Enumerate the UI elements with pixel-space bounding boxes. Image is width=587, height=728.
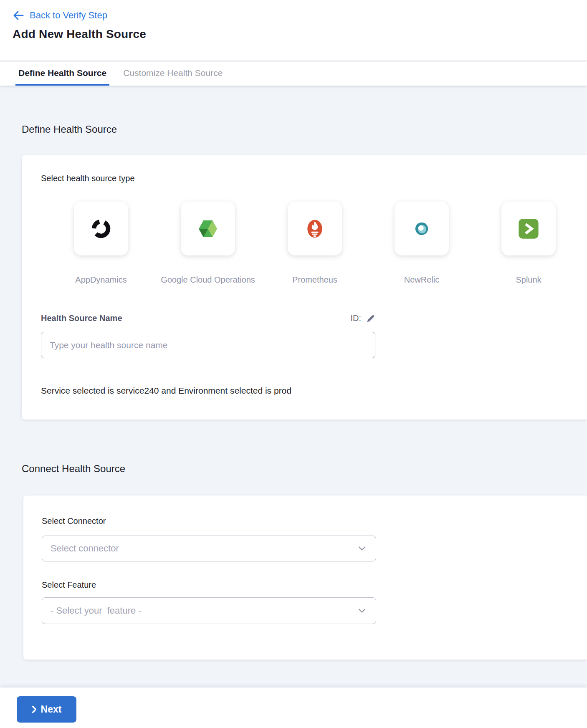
health-source-name-input[interactable] (41, 332, 375, 358)
select-feature-label: Select Feature (42, 580, 96, 590)
source-tile-newrelic[interactable] (395, 202, 449, 255)
edit-pencil-icon[interactable] (366, 314, 375, 323)
prometheus-icon (303, 217, 327, 241)
next-button[interactable]: Next (17, 696, 76, 723)
id-label: ID: (350, 313, 361, 323)
page-header: Back to Verify Step Add New Health Sourc… (0, 0, 587, 61)
next-button-label: Next (41, 704, 62, 715)
source-column-appdynamics: AppDynamics (48, 202, 154, 285)
tab-customize-health-source[interactable]: Customize Health Source (120, 62, 225, 86)
select-source-type-label: Select health source type (41, 174, 135, 183)
connector-select-value: Select connector (51, 543, 119, 554)
source-column-splunk: Splunk (475, 202, 582, 285)
newrelic-icon (412, 219, 431, 238)
health-source-name-label: Health Source Name (41, 313, 122, 323)
source-column-prometheus: Prometheus (261, 202, 368, 285)
tab-define-health-source[interactable]: Define Health Source (15, 62, 109, 86)
back-arrow-icon[interactable] (13, 10, 24, 20)
source-column-newrelic: NewRelic (368, 202, 475, 285)
back-button[interactable]: Back to Verify Step (13, 9, 107, 22)
edit-id-control[interactable]: ID: (350, 313, 375, 323)
source-tile-splunk[interactable] (501, 202, 556, 255)
page-title: Add New Health Source (13, 28, 146, 41)
feature-select[interactable]: - Select your feature - (42, 597, 376, 624)
footer-bar: Next (0, 688, 587, 728)
connect-health-source-card: Select Connector Select connector Select… (23, 495, 587, 660)
source-label: Splunk (516, 275, 541, 285)
chevron-down-icon (358, 546, 366, 551)
connector-select[interactable]: Select connector (42, 536, 376, 561)
service-environment-note: Service selected is service240 and Envir… (41, 386, 291, 396)
select-connector-label: Select Connector (42, 516, 106, 526)
appdynamics-icon (89, 217, 113, 240)
source-tile-prometheus[interactable] (288, 202, 342, 255)
feature-select-value: - Select your feature - (51, 605, 142, 616)
source-type-row: AppDynamics Google Cloud Operations (48, 202, 582, 285)
define-health-source-card: Select health source type AppDynamics (22, 155, 587, 420)
health-source-name-row: Health Source Name ID: (41, 313, 375, 323)
source-tile-google-cloud-operations[interactable] (181, 202, 235, 255)
back-link-label[interactable]: Back to Verify Step (30, 10, 107, 21)
splunk-icon (517, 217, 540, 240)
source-label: Google Cloud Operations (161, 275, 255, 285)
source-label: AppDynamics (75, 275, 127, 285)
tab-bar: Define Health Source Customize Health So… (0, 62, 587, 86)
source-column-google-cloud-operations: Google Cloud Operations (154, 202, 261, 285)
chevron-down-icon (358, 609, 366, 613)
source-label: Prometheus (292, 275, 337, 285)
connect-section-title: Connect Health Source (22, 463, 125, 475)
source-label: NewRelic (404, 275, 439, 285)
source-tile-appdynamics[interactable] (74, 202, 128, 255)
google-cloud-operations-icon (196, 217, 220, 241)
chevron-right-icon (32, 705, 37, 713)
define-section-title: Define Health Source (22, 124, 117, 135)
